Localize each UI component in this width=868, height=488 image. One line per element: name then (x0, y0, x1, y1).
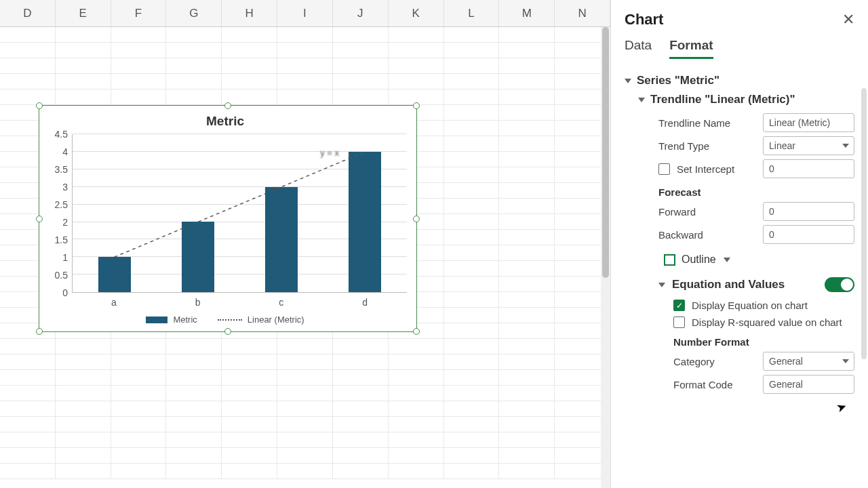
col-header[interactable]: H (222, 0, 277, 26)
chevron-down-icon (638, 98, 645, 102)
col-header[interactable]: J (333, 0, 389, 26)
bar[interactable] (349, 152, 381, 292)
forward-input[interactable] (763, 202, 854, 221)
tab-data[interactable]: Data (625, 38, 652, 59)
bar[interactable] (265, 187, 298, 292)
scrollbar-thumb[interactable] (602, 27, 609, 278)
resize-handle[interactable] (413, 328, 420, 335)
x-tick: a (111, 297, 117, 308)
category-select[interactable] (763, 352, 854, 371)
trendline-name-input[interactable] (763, 113, 854, 132)
col-header[interactable]: M (499, 0, 555, 26)
forecast-heading: Forecast (658, 186, 854, 198)
x-tick: d (362, 297, 368, 308)
tab-format[interactable]: Format (669, 38, 713, 59)
x-axis[interactable]: a b c d (43, 297, 407, 308)
spreadsheet-area[interactable]: D E F G H I J K L M N (0, 0, 610, 488)
x-tick: b (195, 297, 201, 308)
section-trendline[interactable]: Trendline "Linear (Metric)" (638, 90, 854, 109)
legend-item-metric[interactable]: Metric (146, 314, 197, 325)
bar[interactable] (98, 257, 131, 292)
section-series[interactable]: Series "Metric" (625, 71, 854, 90)
set-intercept-checkbox[interactable] (658, 163, 670, 175)
close-icon: ✕ (842, 11, 854, 28)
col-header[interactable]: L (444, 0, 500, 26)
format-code-input[interactable] (763, 375, 854, 394)
plot-area[interactable]: y = x (72, 134, 407, 293)
outline-icon (664, 254, 675, 266)
panel-title: Chart (625, 11, 663, 28)
set-intercept-label: Set Intercept (677, 163, 734, 175)
resize-handle[interactable] (413, 216, 420, 222)
backward-input[interactable] (763, 225, 854, 244)
chart-object[interactable]: Metric 4.5 4 3.5 3 2.5 2 1.5 1 0.5 0 (39, 105, 417, 332)
resize-handle[interactable] (36, 328, 43, 335)
col-header[interactable]: F (111, 0, 167, 26)
legend-swatch-line (218, 319, 242, 321)
equation-values-toggle[interactable] (825, 277, 854, 292)
format-code-label: Format Code (673, 379, 733, 390)
chart-title[interactable]: Metric (43, 114, 407, 129)
backward-label: Backward (658, 229, 703, 241)
legend[interactable]: Metric Linear (Metric) (43, 314, 407, 325)
chevron-down-icon (724, 258, 730, 262)
x-tick: c (279, 297, 283, 308)
display-equation-label: Display Equation on chart (692, 300, 808, 311)
number-format-heading: Number Format (673, 336, 854, 348)
vertical-scrollbar[interactable] (601, 27, 610, 488)
y-axis[interactable]: 4.5 4 3.5 3 2.5 2 1.5 1 0.5 0 (43, 134, 72, 293)
resize-handle[interactable] (413, 102, 420, 109)
toggle-knob (841, 279, 853, 291)
forward-label: Forward (658, 206, 696, 218)
trendline-name-label: Trendline Name (658, 117, 730, 129)
set-intercept-input[interactable] (763, 159, 854, 178)
legend-swatch-bar (146, 317, 167, 323)
legend-item-trendline[interactable]: Linear (Metric) (218, 314, 304, 325)
display-r2-label: Display R-squared value on chart (692, 317, 842, 328)
chart-format-panel: Chart ✕ Data Format Series "Metric" Tren… (610, 0, 868, 488)
equation-label[interactable]: y = x (320, 148, 339, 158)
panel-tabs: Data Format (625, 38, 854, 59)
resize-handle[interactable] (224, 328, 231, 335)
bar[interactable] (182, 222, 214, 292)
trend-type-label: Trend Type (658, 140, 709, 152)
cursor-icon: ➤ (834, 399, 849, 416)
trend-type-select[interactable] (763, 136, 854, 155)
display-r2-checkbox[interactable] (673, 317, 685, 328)
close-button[interactable]: ✕ (842, 11, 854, 28)
chevron-down-icon (658, 283, 665, 287)
section-equation-values[interactable]: Equation and Values (658, 275, 785, 294)
column-headers: D E F G H I J K L M N (0, 0, 610, 27)
resize-handle[interactable] (224, 102, 231, 109)
display-equation-checkbox[interactable]: ✓ (673, 300, 685, 311)
col-header[interactable]: D (0, 0, 56, 26)
col-header[interactable]: K (389, 0, 444, 26)
col-header[interactable]: E (56, 0, 111, 26)
col-header[interactable]: N (555, 0, 610, 26)
resize-handle[interactable] (36, 216, 43, 222)
chevron-down-icon (625, 79, 631, 83)
col-header[interactable]: G (166, 0, 222, 26)
category-label: Category (673, 356, 715, 367)
outline-button[interactable]: Outline (664, 253, 854, 266)
col-header[interactable]: I (277, 0, 333, 26)
panel-scrollbar[interactable] (861, 88, 867, 359)
resize-handle[interactable] (36, 102, 43, 109)
